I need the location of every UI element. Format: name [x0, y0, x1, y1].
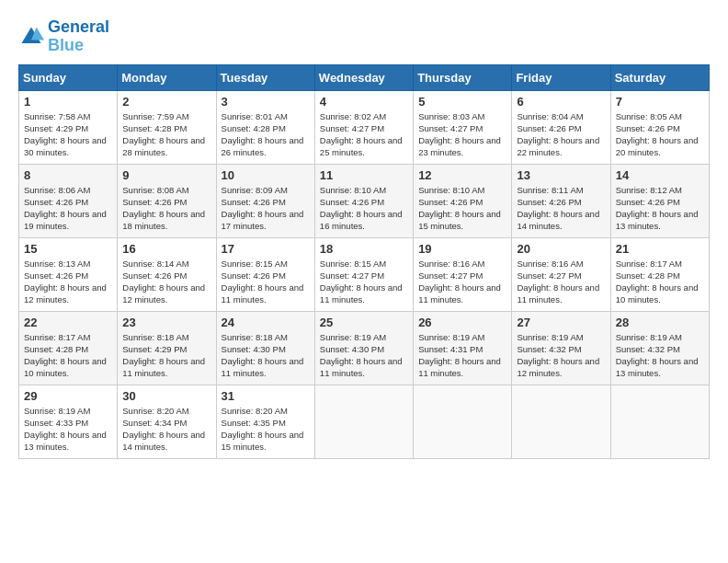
calendar-cell: 27 Sunrise: 8:19 AM Sunset: 4:32 PM Dayl… — [512, 311, 610, 385]
day-info: Sunrise: 8:18 AM Sunset: 4:29 PM Dayligh… — [122, 331, 210, 380]
day-info: Sunrise: 8:17 AM Sunset: 4:28 PM Dayligh… — [24, 331, 112, 380]
day-number: 23 — [122, 316, 210, 329]
day-number: 8 — [24, 168, 112, 182]
day-info: Sunrise: 8:14 AM Sunset: 4:26 PM Dayligh… — [122, 258, 210, 306]
day-number: 6 — [517, 95, 605, 109]
day-info: Sunrise: 8:12 AM Sunset: 4:26 PM Dayligh… — [616, 184, 704, 233]
calendar-cell: 22 Sunrise: 8:17 AM Sunset: 4:28 PM Dayl… — [19, 311, 118, 385]
calendar-cell: 19 Sunrise: 8:16 AM Sunset: 4:27 PM Dayl… — [414, 237, 512, 311]
calendar-cell: 17 Sunrise: 8:15 AM Sunset: 4:26 PM Dayl… — [216, 237, 314, 311]
day-info: Sunrise: 8:19 AM Sunset: 4:32 PM Dayligh… — [517, 331, 605, 380]
day-number: 10 — [222, 168, 310, 182]
calendar-week-row: 15 Sunrise: 8:13 AM Sunset: 4:26 PM Dayl… — [19, 237, 710, 311]
calendar-cell: 29 Sunrise: 8:19 AM Sunset: 4:33 PM Dayl… — [19, 385, 118, 458]
day-number: 17 — [222, 242, 310, 256]
day-info: Sunrise: 8:19 AM Sunset: 4:31 PM Dayligh… — [418, 331, 506, 380]
day-number: 19 — [418, 242, 506, 256]
calendar-cell: 15 Sunrise: 8:13 AM Sunset: 4:26 PM Dayl… — [19, 237, 118, 311]
calendar-cell — [512, 385, 610, 458]
calendar-cell: 30 Sunrise: 8:20 AM Sunset: 4:34 PM Dayl… — [118, 385, 216, 458]
day-info: Sunrise: 7:59 AM Sunset: 4:28 PM Dayligh… — [122, 110, 210, 159]
day-info: Sunrise: 8:18 AM Sunset: 4:30 PM Dayligh… — [222, 331, 310, 380]
day-info: Sunrise: 8:11 AM Sunset: 4:26 PM Dayligh… — [517, 184, 605, 233]
day-number: 11 — [320, 168, 408, 182]
day-info: Sunrise: 8:08 AM Sunset: 4:26 PM Dayligh… — [122, 184, 210, 233]
weekday-header-row: SundayMondayTuesdayWednesdayThursdayFrid… — [19, 64, 710, 90]
calendar-cell — [314, 385, 413, 458]
day-number: 7 — [616, 95, 704, 109]
calendar-cell: 7 Sunrise: 8:05 AM Sunset: 4:26 PM Dayli… — [610, 90, 709, 164]
day-number: 2 — [122, 95, 210, 109]
day-info: Sunrise: 8:16 AM Sunset: 4:27 PM Dayligh… — [517, 258, 605, 306]
day-number: 13 — [517, 168, 605, 182]
logo: General Blue — [18, 18, 109, 55]
day-number: 18 — [320, 242, 408, 256]
day-number: 4 — [320, 95, 408, 109]
day-info: Sunrise: 8:19 AM Sunset: 4:32 PM Dayligh… — [616, 331, 704, 380]
calendar-cell: 24 Sunrise: 8:18 AM Sunset: 4:30 PM Dayl… — [216, 311, 314, 385]
day-number: 24 — [222, 316, 310, 329]
day-info: Sunrise: 8:20 AM Sunset: 4:35 PM Dayligh… — [222, 405, 310, 454]
day-info: Sunrise: 8:15 AM Sunset: 4:27 PM Dayligh… — [320, 258, 408, 306]
calendar-cell: 12 Sunrise: 8:10 AM Sunset: 4:26 PM Dayl… — [414, 164, 512, 237]
calendar-week-row: 22 Sunrise: 8:17 AM Sunset: 4:28 PM Dayl… — [19, 311, 710, 385]
weekday-header-tuesday: Tuesday — [216, 64, 314, 90]
calendar-cell: 14 Sunrise: 8:12 AM Sunset: 4:26 PM Dayl… — [610, 164, 709, 237]
calendar-cell: 26 Sunrise: 8:19 AM Sunset: 4:31 PM Dayl… — [414, 311, 512, 385]
day-info: Sunrise: 8:17 AM Sunset: 4:28 PM Dayligh… — [616, 258, 704, 306]
day-info: Sunrise: 8:13 AM Sunset: 4:26 PM Dayligh… — [24, 258, 112, 306]
calendar-cell: 5 Sunrise: 8:03 AM Sunset: 4:27 PM Dayli… — [414, 90, 512, 164]
day-number: 27 — [517, 316, 605, 329]
logo-text: General Blue — [48, 18, 109, 55]
day-number: 26 — [418, 316, 506, 329]
day-number: 29 — [24, 389, 112, 403]
day-number: 12 — [418, 168, 506, 182]
weekday-header-friday: Friday — [512, 64, 610, 90]
calendar-cell: 28 Sunrise: 8:19 AM Sunset: 4:32 PM Dayl… — [610, 311, 709, 385]
calendar-cell — [414, 385, 512, 458]
day-number: 22 — [24, 316, 112, 329]
day-info: Sunrise: 8:09 AM Sunset: 4:26 PM Dayligh… — [222, 184, 310, 233]
calendar-cell: 11 Sunrise: 8:10 AM Sunset: 4:26 PM Dayl… — [314, 164, 413, 237]
weekday-header-monday: Monday — [118, 64, 216, 90]
calendar-cell: 1 Sunrise: 7:58 AM Sunset: 4:29 PM Dayli… — [19, 90, 118, 164]
day-info: Sunrise: 8:16 AM Sunset: 4:27 PM Dayligh… — [418, 258, 506, 306]
day-number: 20 — [517, 242, 605, 256]
calendar-cell: 21 Sunrise: 8:17 AM Sunset: 4:28 PM Dayl… — [610, 237, 709, 311]
calendar-cell: 18 Sunrise: 8:15 AM Sunset: 4:27 PM Dayl… — [314, 237, 413, 311]
weekday-header-saturday: Saturday — [610, 64, 709, 90]
calendar-cell: 31 Sunrise: 8:20 AM Sunset: 4:35 PM Dayl… — [216, 385, 314, 458]
calendar-cell — [610, 385, 709, 458]
day-info: Sunrise: 8:01 AM Sunset: 4:28 PM Dayligh… — [222, 110, 310, 159]
calendar-cell: 6 Sunrise: 8:04 AM Sunset: 4:26 PM Dayli… — [512, 90, 610, 164]
weekday-header-sunday: Sunday — [19, 64, 118, 90]
day-info: Sunrise: 8:02 AM Sunset: 4:27 PM Dayligh… — [320, 110, 408, 159]
calendar-week-row: 29 Sunrise: 8:19 AM Sunset: 4:33 PM Dayl… — [19, 385, 710, 458]
calendar-cell: 13 Sunrise: 8:11 AM Sunset: 4:26 PM Dayl… — [512, 164, 610, 237]
day-info: Sunrise: 8:10 AM Sunset: 4:26 PM Dayligh… — [320, 184, 408, 233]
page-header: General Blue — [18, 18, 710, 55]
calendar-table: SundayMondayTuesdayWednesdayThursdayFrid… — [18, 64, 710, 459]
day-info: Sunrise: 8:04 AM Sunset: 4:26 PM Dayligh… — [517, 110, 605, 159]
day-info: Sunrise: 8:15 AM Sunset: 4:26 PM Dayligh… — [222, 258, 310, 306]
day-info: Sunrise: 8:06 AM Sunset: 4:26 PM Dayligh… — [24, 184, 112, 233]
day-number: 30 — [122, 389, 210, 403]
day-number: 1 — [24, 95, 112, 109]
day-number: 15 — [24, 242, 112, 256]
day-number: 21 — [616, 242, 704, 256]
day-number: 31 — [222, 389, 310, 403]
day-number: 28 — [616, 316, 704, 329]
day-number: 9 — [122, 168, 210, 182]
day-info: Sunrise: 7:58 AM Sunset: 4:29 PM Dayligh… — [24, 110, 112, 159]
day-info: Sunrise: 8:19 AM Sunset: 4:33 PM Dayligh… — [24, 405, 112, 454]
day-info: Sunrise: 8:05 AM Sunset: 4:26 PM Dayligh… — [616, 110, 704, 159]
calendar-cell: 3 Sunrise: 8:01 AM Sunset: 4:28 PM Dayli… — [216, 90, 314, 164]
calendar-cell: 8 Sunrise: 8:06 AM Sunset: 4:26 PM Dayli… — [19, 164, 118, 237]
day-number: 5 — [418, 95, 506, 109]
day-number: 25 — [320, 316, 408, 329]
calendar-week-row: 8 Sunrise: 8:06 AM Sunset: 4:26 PM Dayli… — [19, 164, 710, 237]
calendar-cell: 2 Sunrise: 7:59 AM Sunset: 4:28 PM Dayli… — [118, 90, 216, 164]
calendar-cell: 23 Sunrise: 8:18 AM Sunset: 4:29 PM Dayl… — [118, 311, 216, 385]
calendar-cell: 9 Sunrise: 8:08 AM Sunset: 4:26 PM Dayli… — [118, 164, 216, 237]
weekday-header-wednesday: Wednesday — [314, 64, 413, 90]
